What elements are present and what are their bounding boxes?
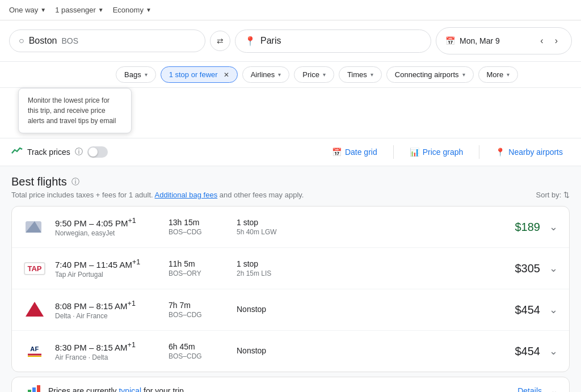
flight-price-4: $454 [515,345,541,358]
trip-type-selector[interactable]: One way ▼ [9,6,46,14]
flight-duration-4: 6h 45m BOS–CDG [169,342,237,360]
details-button[interactable]: Details [517,386,542,392]
page-title: Best flights [11,175,67,188]
more-label: More [487,70,504,79]
subtitle: Total price includes taxes + fees for 1 … [11,191,570,199]
bags-chevron: ▾ [145,71,148,78]
date-grid-icon: 📅 [332,147,342,157]
expand-flight-4[interactable]: ⌄ [549,345,558,357]
price-graph-button[interactable]: 📊 Price graph [403,144,470,160]
flight-time-3: 8:08 PM – 8:15 AM+1 [55,300,169,311]
swap-button[interactable]: ⇄ [210,31,230,51]
duration-3: 7h 7m [169,301,237,310]
date-field[interactable]: 📅 Mon, Mar 9 ‹ › [436,27,572,54]
sort-icon[interactable]: ⇅ [563,191,570,199]
date-grid-button[interactable]: 📅 Date grid [325,144,384,160]
flight-duration-2: 11h 5m BOS–ORY [169,259,237,277]
connecting-filter[interactable]: Connecting airports ▾ [386,66,474,83]
flights-card: 9:50 PM – 4:05 PM+1 Norwegian, easyJet 1… [11,206,570,372]
flight-row[interactable]: AF 8:30 PM – 8:15 AM+1 Air France · Delt… [12,331,569,372]
origin-city: Boston [29,36,57,46]
cabin-label: Economy [113,6,144,14]
more-filter[interactable]: More ▾ [478,66,519,83]
date-prev-button[interactable]: ‹ [536,33,548,48]
bags-filter[interactable]: Bags ▾ [116,66,156,83]
origin-field[interactable]: ○ Boston BOS [9,29,205,52]
times-filter[interactable]: Times ▾ [339,66,382,83]
stops-2: 1 stop [237,259,316,268]
price-filter[interactable]: Price ▾ [294,66,334,83]
stops-clear[interactable]: ✕ [224,71,229,79]
price-2: $305 [515,262,541,275]
flight-row[interactable]: 8:08 PM – 8:15 AM+1 Delta · Air France 7… [12,289,569,331]
track-icon [11,146,23,158]
bag-fees-link[interactable]: Additional bag fees [155,191,218,199]
bags-label: Bags [124,70,141,79]
nearby-icon: 📍 [495,147,505,157]
route-4: BOS–CDG [169,352,237,360]
track-info-icon[interactable]: ⓘ [75,147,83,157]
flight-airline-3: Delta · Air France [55,312,169,320]
tooltip-text: Monitor the lowest price for this trip, … [28,96,116,125]
price-bar-expand[interactable]: ⌄ [551,386,558,392]
airlines-filter[interactable]: Airlines ▾ [242,66,290,83]
price-graph-label: Price graph [423,147,464,157]
stops-filter[interactable]: 1 stop or fewer ✕ [161,66,238,83]
flight-time-1: 9:50 PM – 4:05 PM+1 [55,217,169,228]
delta-logo [23,298,46,321]
nearby-airports-button[interactable]: 📍 Nearby airports [489,144,570,160]
price-graph-icon: 📊 [410,147,419,157]
cabin-selector[interactable]: Economy ▼ [113,6,151,14]
flight-airline-2: Tap Air Portugal [55,271,169,279]
route-3: BOS–CDG [169,311,237,319]
connecting-chevron: ▾ [462,71,465,78]
more-chevron: ▾ [507,71,510,78]
norwegian-logo [23,216,46,238]
passengers-chevron: ▼ [98,7,104,13]
flight-stops-2: 1 stop 2h 15m LIS [237,259,316,277]
subtitle-text: Total price includes taxes + fees for 1 … [11,191,153,199]
flight-row[interactable]: 9:50 PM – 4:05 PM+1 Norwegian, easyJet 1… [12,206,569,248]
af-logo-text: AF [30,345,39,352]
passengers-selector[interactable]: 1 passenger ▼ [55,6,103,14]
expand-flight-2[interactable]: ⌄ [549,262,558,275]
flight-duration-1: 13h 15m BOS–CDG [169,218,237,236]
duration-2: 11h 5m [169,259,237,268]
origin-icon: ○ [19,36,24,46]
date-next-button[interactable]: › [550,33,562,48]
divider-2 [479,145,479,159]
destination-field[interactable]: 📍 Paris [235,29,431,53]
divider-1 [393,145,394,159]
price-bar: Prices are currently typical for your tr… [11,377,570,392]
flight-times-4: 8:30 PM – 8:15 AM+1 Air France · Delta [55,341,169,361]
sort-by-label: Sort by: ⇅ [536,191,570,199]
expand-flight-3[interactable]: ⌄ [549,304,558,316]
flight-row[interactable]: TAP 7:40 PM – 11:45 AM+1 Tap Air Portuga… [12,248,569,289]
track-row: Track prices ⓘ 📅 Date grid 📊 Price graph… [0,138,581,166]
flight-duration-3: 7h 7m BOS–CDG [169,301,237,319]
flight-stops-3: Nonstop [237,305,316,315]
times-chevron: ▾ [371,71,373,78]
best-flights-info-icon[interactable]: ⓘ [71,177,79,187]
flight-airline-4: Air France · Delta [55,353,169,361]
track-prices-tooltip: Monitor the lowest price for this trip, … [18,88,132,133]
price-bar-icon [23,385,41,392]
track-label: Track prices [27,147,70,157]
price-chevron: ▾ [323,71,326,78]
calendar-icon: 📅 [445,36,455,45]
price-1: $189 [515,221,541,234]
passengers-label: 1 passenger [55,6,96,14]
expand-flight-1[interactable]: ⌄ [549,221,558,233]
origin-code: BOS [61,36,78,45]
stops-4: Nonstop [237,346,316,355]
airlines-chevron: ▾ [278,71,281,78]
flight-times-2: 7:40 PM – 11:45 AM+1 Tap Air Portugal [55,258,169,279]
airlines-label: Airlines [251,70,275,79]
stop-detail-1: 5h 40m LGW [237,228,316,236]
track-toggle[interactable] [87,146,108,158]
flight-times-3: 8:08 PM – 8:15 AM+1 Delta · Air France [55,300,169,320]
stop-detail-2: 2h 15m LIS [237,269,316,277]
date-grid-label: Date grid [345,147,377,157]
duration-1: 13h 15m [169,218,237,227]
tap-logo-text: TAP [24,262,45,275]
